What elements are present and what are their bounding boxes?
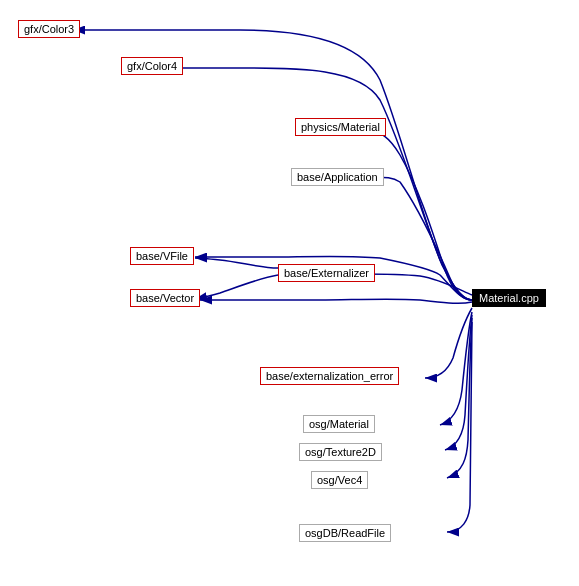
osg-vec4-node[interactable]: osg/Vec4: [311, 471, 368, 489]
material-cpp-node[interactable]: Material.cpp: [472, 289, 546, 307]
osg-texture2d-node[interactable]: osg/Texture2D: [299, 443, 382, 461]
base-vfile-node[interactable]: base/VFile: [130, 247, 194, 265]
physics-material-node[interactable]: physics/Material: [295, 118, 386, 136]
base-externalizer-node[interactable]: base/Externalizer: [278, 264, 375, 282]
base-application-node[interactable]: base/Application: [291, 168, 384, 186]
osgdb-readfile-node[interactable]: osgDB/ReadFile: [299, 524, 391, 542]
gfx-color3-node[interactable]: gfx/Color3: [18, 20, 80, 38]
gfx-color4-node[interactable]: gfx/Color4: [121, 57, 183, 75]
base-vector-node[interactable]: base/Vector: [130, 289, 200, 307]
base-externalization-error-node[interactable]: base/externalization_error: [260, 367, 399, 385]
osg-material-node[interactable]: osg/Material: [303, 415, 375, 433]
